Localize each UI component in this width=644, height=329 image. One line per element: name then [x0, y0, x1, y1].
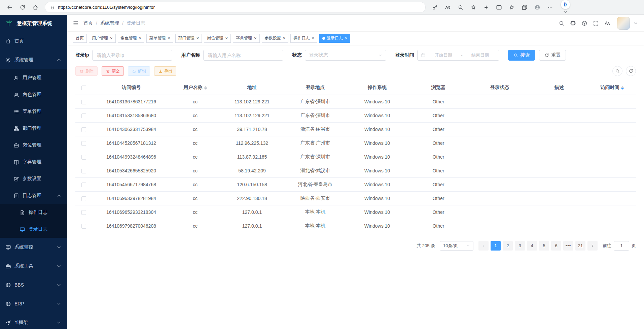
- browser-profile-icon[interactable]: [531, 2, 544, 13]
- row-checkbox[interactable]: [81, 127, 86, 132]
- address-bar[interactable]: https://ccnetcore.com:1101/system/log/lo…: [45, 2, 425, 12]
- row-checkbox[interactable]: [81, 210, 86, 215]
- close-icon[interactable]: ×: [283, 36, 286, 40]
- fullscreen-icon[interactable]: [590, 18, 602, 29]
- back-icon[interactable]: [3, 2, 16, 13]
- end-date-placeholder[interactable]: 结束日期: [465, 52, 496, 58]
- sidebar-item[interactable]: BBS: [0, 275, 67, 294]
- zoom-out-icon[interactable]: [454, 2, 467, 13]
- close-icon[interactable]: ×: [168, 36, 170, 40]
- column-header[interactable]: 操作系统: [347, 81, 408, 95]
- close-icon[interactable]: ×: [312, 36, 314, 40]
- user-avatar[interactable]: [617, 17, 630, 30]
- close-icon[interactable]: ×: [225, 36, 228, 40]
- breadcrumb-item[interactable]: 登录日志: [127, 20, 145, 26]
- column-header[interactable]: 用户名称: [170, 81, 220, 95]
- tab[interactable]: 登录日志 ×: [319, 34, 351, 43]
- close-icon[interactable]: ×: [139, 36, 142, 40]
- row-checkbox[interactable]: [81, 196, 86, 201]
- tab[interactable]: 角色管理 ×: [118, 34, 145, 43]
- page-button[interactable]: 1: [491, 241, 501, 251]
- collections-icon[interactable]: [518, 2, 531, 13]
- sidebar-item[interactable]: 角色管理: [0, 86, 67, 103]
- sidebar-item[interactable]: 部门管理: [0, 120, 67, 137]
- row-checkbox[interactable]: [81, 169, 86, 173]
- row-checkbox[interactable]: [81, 183, 86, 187]
- sidebar-item[interactable]: 系统监控: [0, 238, 67, 257]
- sidebar-item[interactable]: 登录日志: [0, 221, 67, 238]
- sidebar-item[interactable]: 日志管理: [0, 187, 67, 204]
- favorites-add-icon[interactable]: [467, 2, 480, 13]
- column-header[interactable]: 地址: [220, 81, 284, 95]
- tab[interactable]: 操作日志 ×: [290, 34, 317, 43]
- breadcrumb-item[interactable]: 首页: [83, 20, 93, 26]
- tab[interactable]: 用户管理 ×: [89, 34, 116, 43]
- page-size-select[interactable]: 10条/页: [440, 241, 473, 251]
- sidebar-item[interactable]: 操作日志: [0, 204, 67, 221]
- sidebar-item[interactable]: 用户管理: [0, 69, 67, 86]
- refresh-table-button[interactable]: [626, 66, 636, 76]
- column-header[interactable]: 浏览器: [408, 81, 469, 95]
- sidebar-item[interactable]: 参数设置: [0, 170, 67, 187]
- tab[interactable]: 菜单管理 ×: [146, 34, 173, 43]
- tab[interactable]: 字典管理 ×: [233, 34, 260, 43]
- tab[interactable]: 首页 ×: [73, 34, 87, 43]
- page-button[interactable]: 2: [503, 241, 513, 251]
- clear-button[interactable]: 清空: [102, 66, 124, 76]
- github-icon[interactable]: [567, 18, 579, 29]
- close-icon[interactable]: ×: [110, 36, 113, 40]
- refresh-icon[interactable]: [16, 2, 29, 13]
- key-icon[interactable]: [429, 2, 441, 13]
- extensions-icon[interactable]: [480, 2, 493, 13]
- page-button[interactable]: •••: [563, 241, 573, 251]
- row-checkbox[interactable]: [81, 155, 86, 160]
- page-button[interactable]: 3: [515, 241, 525, 251]
- user-name-input[interactable]: [203, 50, 283, 61]
- page-button[interactable]: 21: [575, 241, 585, 251]
- sidebar-item[interactable]: 岗位管理: [0, 137, 67, 154]
- login-time-range-picker[interactable]: 开始日期 - 结束日期: [417, 50, 499, 61]
- unlock-button[interactable]: 解锁: [128, 66, 150, 76]
- breadcrumb-item[interactable]: 系统管理: [100, 20, 119, 26]
- split-screen-icon[interactable]: [493, 2, 505, 13]
- sidebar-item[interactable]: 首页: [0, 32, 67, 51]
- close-icon[interactable]: ×: [345, 36, 348, 40]
- page-button[interactable]: 4: [527, 241, 537, 251]
- page-button[interactable]: 6: [551, 241, 561, 251]
- reset-button[interactable]: 重置: [539, 50, 566, 61]
- column-header[interactable]: 登录状态: [469, 81, 530, 95]
- status-select[interactable]: 登录状态: [305, 50, 386, 61]
- sidebar-item[interactable]: ERP: [0, 294, 67, 313]
- export-button[interactable]: 导出: [154, 66, 176, 76]
- column-header[interactable]: 访问时间: [588, 81, 636, 95]
- prev-page-button[interactable]: [478, 241, 489, 251]
- sidebar-item[interactable]: 系统工具: [0, 257, 67, 275]
- login-ip-input[interactable]: [92, 50, 172, 61]
- page-button[interactable]: 5: [539, 241, 549, 251]
- tab[interactable]: 参数设置 ×: [262, 34, 289, 43]
- row-checkbox[interactable]: [81, 141, 86, 146]
- read-aloud-icon[interactable]: [441, 2, 454, 13]
- row-checkbox[interactable]: [81, 224, 86, 229]
- next-page-button[interactable]: [587, 241, 598, 251]
- column-header[interactable]: 登录地点: [284, 81, 347, 95]
- browser-chevron-down-icon[interactable]: [562, 9, 568, 15]
- sidebar-item[interactable]: 字典管理: [0, 154, 67, 170]
- column-header[interactable]: 访问编号: [92, 81, 170, 95]
- avatar-caret-down-icon[interactable]: [633, 20, 639, 26]
- browser-home-icon[interactable]: [29, 2, 42, 13]
- sidebar-item[interactable]: 菜单管理: [0, 103, 67, 120]
- select-all-checkbox[interactable]: [81, 86, 86, 90]
- sidebar-item[interactable]: 系统管理: [0, 51, 67, 69]
- goto-page-input[interactable]: [614, 241, 629, 251]
- tab[interactable]: 岗位管理 ×: [204, 34, 231, 43]
- row-checkbox[interactable]: [81, 113, 86, 118]
- sidebar-fold-icon[interactable]: [73, 20, 79, 26]
- close-icon[interactable]: ×: [254, 36, 257, 40]
- search-button[interactable]: 搜索: [508, 50, 535, 61]
- close-icon[interactable]: ×: [196, 36, 199, 40]
- font-size-icon[interactable]: [602, 18, 613, 29]
- sidebar-item[interactable]: Yi框架: [0, 313, 67, 329]
- column-header[interactable]: 描述: [530, 81, 588, 95]
- delete-button[interactable]: 删除: [75, 66, 98, 76]
